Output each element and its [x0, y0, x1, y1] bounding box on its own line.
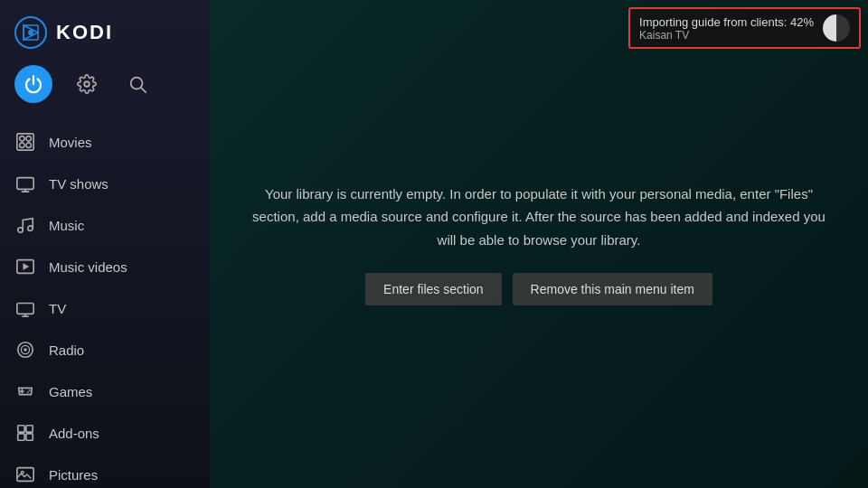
musicvideos-icon	[14, 256, 36, 277]
top-icons-bar	[0, 61, 210, 117]
empty-library-box: Your library is currently empty. In orde…	[231, 164, 846, 324]
tv-label: TV	[49, 301, 66, 316]
svg-rect-15	[17, 178, 33, 190]
radio-label: Radio	[49, 343, 84, 358]
movies-icon	[14, 131, 36, 153]
sidebar-item-music[interactable]: Music	[0, 204, 210, 246]
sidebar-item-tvshows[interactable]: TV shows	[0, 163, 210, 204]
app-title: KODI	[56, 21, 113, 44]
svg-point-13	[26, 143, 31, 148]
games-icon	[14, 380, 36, 402]
movies-label: Movies	[49, 135, 92, 150]
svg-line-9	[141, 88, 146, 92]
svg-point-12	[20, 143, 24, 148]
music-icon	[14, 214, 36, 236]
power-button[interactable]	[14, 65, 52, 103]
svg-rect-30	[26, 426, 33, 432]
notification-text-area: Importing guide from clients: 42% Kaisan…	[639, 15, 814, 42]
main-content: Importing guide from clients: 42% Kaisan…	[210, 0, 868, 488]
svg-rect-32	[26, 434, 33, 440]
addons-icon	[14, 422, 36, 444]
sidebar-item-movies[interactable]: Movies	[0, 121, 210, 163]
notification-banner: Importing guide from clients: 42% Kaisan…	[628, 7, 861, 49]
music-label: Music	[49, 218, 84, 233]
notification-title: Importing guide from clients: 42%	[639, 15, 814, 29]
svg-point-10	[20, 136, 24, 142]
addons-label: Add-ons	[49, 426, 99, 441]
loading-spinner-icon	[823, 14, 850, 42]
musicvideos-label: Music videos	[49, 259, 127, 275]
kodi-logo-icon	[14, 16, 47, 49]
enter-files-button[interactable]: Enter files section	[365, 273, 502, 305]
remove-menu-item-button[interactable]: Remove this main menu item	[513, 273, 712, 305]
tvshows-icon	[14, 173, 36, 194]
svg-point-11	[26, 136, 31, 142]
svg-point-27	[29, 389, 31, 391]
pictures-icon	[14, 464, 36, 485]
svg-rect-21	[17, 304, 33, 314]
svg-rect-31	[18, 434, 24, 440]
svg-point-18	[18, 228, 24, 233]
svg-point-2	[28, 30, 33, 35]
sidebar-item-radio[interactable]: Radio	[0, 329, 210, 371]
sidebar-item-musicvideos[interactable]: Music videos	[0, 246, 210, 287]
settings-button[interactable]	[71, 68, 103, 100]
games-label: Games	[49, 384, 92, 399]
empty-library-message: Your library is currently empty. In orde…	[250, 183, 828, 252]
sidebar-item-pictures[interactable]: Pictures	[0, 454, 210, 488]
tvshows-label: TV shows	[49, 176, 108, 192]
sidebar-item-tv[interactable]: TV	[0, 287, 210, 329]
svg-rect-29	[18, 426, 24, 432]
svg-point-28	[27, 391, 29, 393]
sidebar-item-addons[interactable]: Add-ons	[0, 412, 210, 454]
nav-menu: Movies TV shows Music	[0, 117, 210, 488]
svg-rect-14	[17, 134, 33, 150]
svg-point-26	[24, 348, 27, 352]
sidebar: KODI	[0, 0, 210, 488]
tv-icon	[14, 297, 36, 319]
pictures-label: Pictures	[49, 467, 98, 483]
notification-subtitle: Kaisan TV	[639, 29, 814, 42]
svg-point-7	[84, 81, 90, 87]
logo-area: KODI	[0, 0, 210, 61]
sidebar-item-games[interactable]: Games	[0, 371, 210, 412]
search-button[interactable]	[121, 68, 154, 100]
radio-icon	[14, 339, 36, 361]
content-action-buttons: Enter files section Remove this main men…	[250, 273, 828, 305]
